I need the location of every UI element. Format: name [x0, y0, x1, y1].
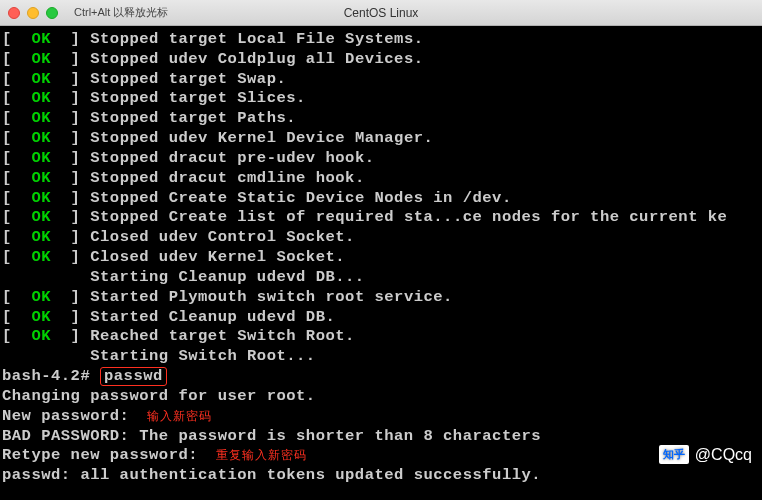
shell-line: Retype new password: 重复输入新密码	[2, 446, 760, 466]
boot-line: [ OK ] Reached target Switch Root.	[2, 327, 760, 347]
boot-line: [ OK ] Stopped target Paths.	[2, 109, 760, 129]
boot-line: [ OK ] Stopped udev Kernel Device Manage…	[2, 129, 760, 149]
shell-prompt: bash-4.2#	[2, 367, 100, 385]
boot-line: [ OK ] Stopped target Swap.	[2, 70, 760, 90]
boot-line: [ OK ] Stopped dracut cmdline hook.	[2, 169, 760, 189]
traffic-lights	[8, 7, 58, 19]
shell-output: Changing password for user root.New pass…	[2, 387, 760, 486]
keyboard-hint: Ctrl+Alt 以释放光标	[74, 5, 168, 20]
minimize-icon[interactable]	[27, 7, 39, 19]
boot-line: [ OK ] Stopped target Local File Systems…	[2, 30, 760, 50]
boot-line: [ OK ] Stopped dracut pre-udev hook.	[2, 149, 760, 169]
command-highlight: passwd	[100, 367, 167, 386]
boot-line: [ OK ] Stopped udev Coldplug all Devices…	[2, 50, 760, 70]
shell-prompt-line: bash-4.2# passwd	[2, 367, 760, 387]
boot-line: [ OK ] Stopped Create list of required s…	[2, 208, 760, 228]
boot-line: [ OK ] Started Plymouth switch root serv…	[2, 288, 760, 308]
maximize-icon[interactable]	[46, 7, 58, 19]
boot-log: [ OK ] Stopped target Local File Systems…	[2, 30, 760, 367]
boot-line: [ OK ] Stopped Create Static Device Node…	[2, 189, 760, 209]
terminal-output[interactable]: [ OK ] Stopped target Local File Systems…	[0, 26, 762, 490]
shell-line: passwd: all authentication tokens update…	[2, 466, 760, 486]
titlebar: Ctrl+Alt 以释放光标 CentOS Linux	[0, 0, 762, 26]
boot-line: Starting Switch Root...	[2, 347, 760, 367]
annotation-text: 重复输入新密码	[216, 448, 307, 462]
close-icon[interactable]	[8, 7, 20, 19]
boot-line: [ OK ] Closed udev Control Socket.	[2, 228, 760, 248]
boot-line: [ OK ] Closed udev Kernel Socket.	[2, 248, 760, 268]
watermark-author: @CQcq	[695, 446, 752, 464]
shell-line: BAD PASSWORD: The password is shorter th…	[2, 427, 760, 447]
annotation-text: 输入新密码	[147, 409, 212, 423]
boot-line: [ OK ] Started Cleanup udevd DB.	[2, 308, 760, 328]
shell-line: Changing password for user root.	[2, 387, 760, 407]
window-title: CentOS Linux	[344, 6, 419, 20]
watermark: 知乎 @CQcq	[659, 445, 752, 464]
boot-line: [ OK ] Stopped target Slices.	[2, 89, 760, 109]
zhihu-logo-icon: 知乎	[659, 445, 689, 464]
shell-line: New password: 输入新密码	[2, 407, 760, 427]
boot-line: Starting Cleanup udevd DB...	[2, 268, 760, 288]
